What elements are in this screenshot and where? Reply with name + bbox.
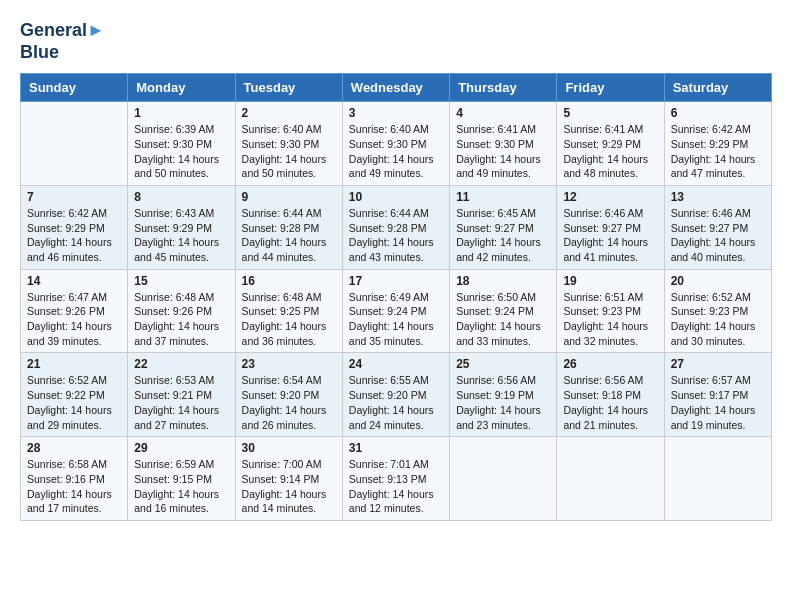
day-info: Sunrise: 6:56 AM Sunset: 9:18 PM Dayligh… xyxy=(563,373,657,432)
calendar-day-cell: 22Sunrise: 6:53 AM Sunset: 9:21 PM Dayli… xyxy=(128,353,235,437)
calendar-day-cell: 14Sunrise: 6:47 AM Sunset: 9:26 PM Dayli… xyxy=(21,269,128,353)
calendar-header-cell: Monday xyxy=(128,74,235,102)
day-number: 8 xyxy=(134,190,228,204)
calendar-day-cell: 6Sunrise: 6:42 AM Sunset: 9:29 PM Daylig… xyxy=(664,102,771,186)
day-number: 10 xyxy=(349,190,443,204)
day-number: 16 xyxy=(242,274,336,288)
logo-text: General►Blue xyxy=(20,20,105,63)
day-info: Sunrise: 6:53 AM Sunset: 9:21 PM Dayligh… xyxy=(134,373,228,432)
calendar-header: SundayMondayTuesdayWednesdayThursdayFrid… xyxy=(21,74,772,102)
day-info: Sunrise: 6:42 AM Sunset: 9:29 PM Dayligh… xyxy=(671,122,765,181)
day-info: Sunrise: 6:42 AM Sunset: 9:29 PM Dayligh… xyxy=(27,206,121,265)
calendar-day-cell: 30Sunrise: 7:00 AM Sunset: 9:14 PM Dayli… xyxy=(235,437,342,521)
calendar-day-cell: 26Sunrise: 6:56 AM Sunset: 9:18 PM Dayli… xyxy=(557,353,664,437)
day-number: 20 xyxy=(671,274,765,288)
calendar-day-cell xyxy=(450,437,557,521)
calendar-day-cell: 31Sunrise: 7:01 AM Sunset: 9:13 PM Dayli… xyxy=(342,437,449,521)
calendar-day-cell: 3Sunrise: 6:40 AM Sunset: 9:30 PM Daylig… xyxy=(342,102,449,186)
calendar-day-cell: 8Sunrise: 6:43 AM Sunset: 9:29 PM Daylig… xyxy=(128,185,235,269)
calendar-day-cell: 1Sunrise: 6:39 AM Sunset: 9:30 PM Daylig… xyxy=(128,102,235,186)
calendar-body: 1Sunrise: 6:39 AM Sunset: 9:30 PM Daylig… xyxy=(21,102,772,521)
day-info: Sunrise: 6:49 AM Sunset: 9:24 PM Dayligh… xyxy=(349,290,443,349)
calendar-header-cell: Thursday xyxy=(450,74,557,102)
day-info: Sunrise: 6:41 AM Sunset: 9:29 PM Dayligh… xyxy=(563,122,657,181)
day-number: 1 xyxy=(134,106,228,120)
calendar-header-cell: Wednesday xyxy=(342,74,449,102)
day-info: Sunrise: 6:58 AM Sunset: 9:16 PM Dayligh… xyxy=(27,457,121,516)
day-info: Sunrise: 6:48 AM Sunset: 9:25 PM Dayligh… xyxy=(242,290,336,349)
calendar-day-cell: 12Sunrise: 6:46 AM Sunset: 9:27 PM Dayli… xyxy=(557,185,664,269)
calendar-day-cell: 25Sunrise: 6:56 AM Sunset: 9:19 PM Dayli… xyxy=(450,353,557,437)
day-number: 18 xyxy=(456,274,550,288)
calendar-header-cell: Friday xyxy=(557,74,664,102)
calendar-day-cell: 24Sunrise: 6:55 AM Sunset: 9:20 PM Dayli… xyxy=(342,353,449,437)
day-info: Sunrise: 6:51 AM Sunset: 9:23 PM Dayligh… xyxy=(563,290,657,349)
calendar-week-row: 7Sunrise: 6:42 AM Sunset: 9:29 PM Daylig… xyxy=(21,185,772,269)
calendar-day-cell: 23Sunrise: 6:54 AM Sunset: 9:20 PM Dayli… xyxy=(235,353,342,437)
day-info: Sunrise: 6:40 AM Sunset: 9:30 PM Dayligh… xyxy=(349,122,443,181)
logo: General►Blue xyxy=(20,20,105,63)
calendar-day-cell: 13Sunrise: 6:46 AM Sunset: 9:27 PM Dayli… xyxy=(664,185,771,269)
day-info: Sunrise: 6:44 AM Sunset: 9:28 PM Dayligh… xyxy=(242,206,336,265)
day-info: Sunrise: 6:41 AM Sunset: 9:30 PM Dayligh… xyxy=(456,122,550,181)
day-number: 27 xyxy=(671,357,765,371)
day-number: 19 xyxy=(563,274,657,288)
calendar-header-cell: Sunday xyxy=(21,74,128,102)
day-info: Sunrise: 6:47 AM Sunset: 9:26 PM Dayligh… xyxy=(27,290,121,349)
day-info: Sunrise: 6:56 AM Sunset: 9:19 PM Dayligh… xyxy=(456,373,550,432)
calendar-header-cell: Saturday xyxy=(664,74,771,102)
calendar-day-cell xyxy=(664,437,771,521)
calendar-week-row: 14Sunrise: 6:47 AM Sunset: 9:26 PM Dayli… xyxy=(21,269,772,353)
calendar-day-cell: 4Sunrise: 6:41 AM Sunset: 9:30 PM Daylig… xyxy=(450,102,557,186)
calendar-day-cell: 2Sunrise: 6:40 AM Sunset: 9:30 PM Daylig… xyxy=(235,102,342,186)
day-number: 12 xyxy=(563,190,657,204)
day-info: Sunrise: 6:57 AM Sunset: 9:17 PM Dayligh… xyxy=(671,373,765,432)
calendar-week-row: 1Sunrise: 6:39 AM Sunset: 9:30 PM Daylig… xyxy=(21,102,772,186)
day-info: Sunrise: 6:46 AM Sunset: 9:27 PM Dayligh… xyxy=(671,206,765,265)
calendar-day-cell: 7Sunrise: 6:42 AM Sunset: 9:29 PM Daylig… xyxy=(21,185,128,269)
day-info: Sunrise: 6:50 AM Sunset: 9:24 PM Dayligh… xyxy=(456,290,550,349)
calendar-header-cell: Tuesday xyxy=(235,74,342,102)
day-info: Sunrise: 6:54 AM Sunset: 9:20 PM Dayligh… xyxy=(242,373,336,432)
calendar-day-cell: 9Sunrise: 6:44 AM Sunset: 9:28 PM Daylig… xyxy=(235,185,342,269)
day-number: 31 xyxy=(349,441,443,455)
calendar-week-row: 28Sunrise: 6:58 AM Sunset: 9:16 PM Dayli… xyxy=(21,437,772,521)
day-number: 2 xyxy=(242,106,336,120)
day-info: Sunrise: 6:59 AM Sunset: 9:15 PM Dayligh… xyxy=(134,457,228,516)
day-number: 5 xyxy=(563,106,657,120)
day-number: 21 xyxy=(27,357,121,371)
day-info: Sunrise: 6:52 AM Sunset: 9:23 PM Dayligh… xyxy=(671,290,765,349)
calendar-day-cell: 28Sunrise: 6:58 AM Sunset: 9:16 PM Dayli… xyxy=(21,437,128,521)
calendar-day-cell: 15Sunrise: 6:48 AM Sunset: 9:26 PM Dayli… xyxy=(128,269,235,353)
calendar-day-cell xyxy=(557,437,664,521)
calendar-table: SundayMondayTuesdayWednesdayThursdayFrid… xyxy=(20,73,772,521)
day-number: 17 xyxy=(349,274,443,288)
day-number: 14 xyxy=(27,274,121,288)
calendar-day-cell: 10Sunrise: 6:44 AM Sunset: 9:28 PM Dayli… xyxy=(342,185,449,269)
calendar-day-cell: 5Sunrise: 6:41 AM Sunset: 9:29 PM Daylig… xyxy=(557,102,664,186)
day-info: Sunrise: 6:55 AM Sunset: 9:20 PM Dayligh… xyxy=(349,373,443,432)
calendar-day-cell xyxy=(21,102,128,186)
day-info: Sunrise: 6:39 AM Sunset: 9:30 PM Dayligh… xyxy=(134,122,228,181)
calendar-day-cell: 17Sunrise: 6:49 AM Sunset: 9:24 PM Dayli… xyxy=(342,269,449,353)
day-number: 4 xyxy=(456,106,550,120)
day-number: 3 xyxy=(349,106,443,120)
day-info: Sunrise: 6:46 AM Sunset: 9:27 PM Dayligh… xyxy=(563,206,657,265)
calendar-day-cell: 19Sunrise: 6:51 AM Sunset: 9:23 PM Dayli… xyxy=(557,269,664,353)
day-info: Sunrise: 7:00 AM Sunset: 9:14 PM Dayligh… xyxy=(242,457,336,516)
day-number: 11 xyxy=(456,190,550,204)
day-number: 26 xyxy=(563,357,657,371)
calendar-day-cell: 11Sunrise: 6:45 AM Sunset: 9:27 PM Dayli… xyxy=(450,185,557,269)
day-number: 24 xyxy=(349,357,443,371)
day-number: 13 xyxy=(671,190,765,204)
day-info: Sunrise: 6:52 AM Sunset: 9:22 PM Dayligh… xyxy=(27,373,121,432)
calendar-day-cell: 18Sunrise: 6:50 AM Sunset: 9:24 PM Dayli… xyxy=(450,269,557,353)
day-info: Sunrise: 6:40 AM Sunset: 9:30 PM Dayligh… xyxy=(242,122,336,181)
day-number: 22 xyxy=(134,357,228,371)
calendar-week-row: 21Sunrise: 6:52 AM Sunset: 9:22 PM Dayli… xyxy=(21,353,772,437)
calendar-day-cell: 20Sunrise: 6:52 AM Sunset: 9:23 PM Dayli… xyxy=(664,269,771,353)
day-number: 6 xyxy=(671,106,765,120)
calendar-day-cell: 16Sunrise: 6:48 AM Sunset: 9:25 PM Dayli… xyxy=(235,269,342,353)
day-number: 7 xyxy=(27,190,121,204)
day-number: 28 xyxy=(27,441,121,455)
